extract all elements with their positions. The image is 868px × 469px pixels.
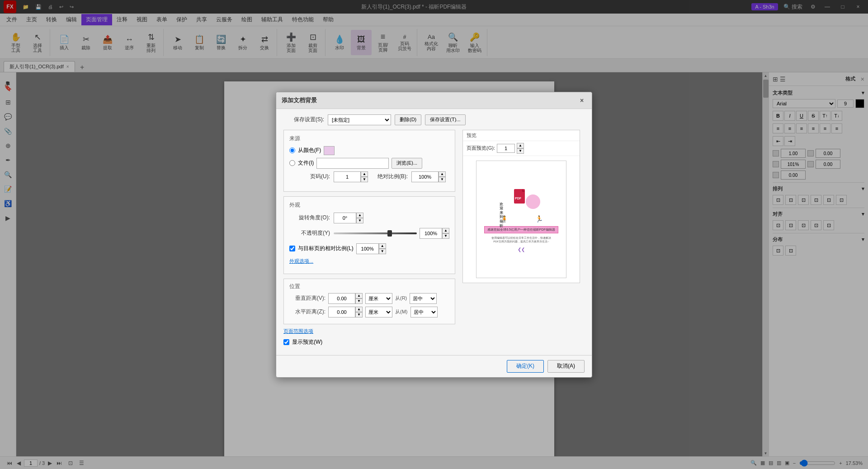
opacity-input[interactable] xyxy=(420,228,442,239)
opacity-spin-up[interactable]: ▲ xyxy=(442,228,449,233)
horizontal-spin-up[interactable]: ▲ xyxy=(355,307,363,312)
rotation-row: 旋转角度(O): ▲ ▼ xyxy=(289,213,449,223)
cancel-btn[interactable]: 取消(A) xyxy=(547,360,585,373)
file-path-input[interactable] xyxy=(316,158,389,169)
vertical-row: 垂直距离(V): ▲ ▼ 厘米 从(R) xyxy=(289,293,449,304)
vertical-spin-up[interactable]: ▲ xyxy=(355,293,363,298)
opacity-track xyxy=(334,232,417,234)
page-label: 页码(U): xyxy=(289,173,330,180)
opacity-row: 不透明度(Y) ▲ ▼ xyxy=(289,228,449,239)
preview-page-input[interactable] xyxy=(497,144,515,153)
preview-header: 预览 xyxy=(463,130,580,141)
vertical-from-label: 从(R) xyxy=(395,295,407,302)
page-input[interactable] xyxy=(334,171,361,182)
show-preview-row: 显示预览(W) xyxy=(283,338,455,346)
save-settings-row: 保存设置(S): [未指定] 删除(D) 保存设置(T)... xyxy=(283,114,585,125)
vertical-input[interactable] xyxy=(328,293,355,304)
dialog-close-btn[interactable]: × xyxy=(577,96,586,105)
horizontal-from-select[interactable]: 居中 xyxy=(410,307,438,317)
save-settings-label: 保存设置(S): xyxy=(283,116,324,123)
horizontal-row: 水平距离(Z): ▲ ▼ 厘米 从(M) xyxy=(289,307,449,317)
dialog-add-background: 添加文档背景 × 保存设置(S): [未指定] 删除(D) 保存设置(T)...… xyxy=(276,92,592,378)
vertical-spin-down[interactable]: ▼ xyxy=(355,298,363,304)
browse-btn[interactable]: 浏览(E)... xyxy=(392,158,422,169)
page-spin-down[interactable]: ▼ xyxy=(361,177,368,182)
scale-input[interactable] xyxy=(411,171,439,182)
appearance-section: 外观 旋转角度(O): ▲ ▼ xyxy=(283,196,455,274)
file-radio-label[interactable]: 文件(I) xyxy=(298,159,314,167)
opacity-thumb[interactable] xyxy=(387,230,392,237)
advanced-link[interactable]: 外观选项... xyxy=(289,258,313,265)
dialog-overlay: 添加文档背景 × 保存设置(S): [未指定] 删除(D) 保存设置(T)...… xyxy=(0,0,868,469)
vertical-unit-select[interactable]: 厘米 xyxy=(365,293,392,304)
save-settings-btn[interactable]: 保存设置(T)... xyxy=(425,114,465,125)
position-section: 位置 垂直距离(V): ▲ ▼ 厘米 xyxy=(283,279,455,324)
preview-pink-circle xyxy=(526,194,540,209)
opacity-spin-down[interactable]: ▼ xyxy=(442,233,449,239)
dialog-right-col: 预览 页面预览(G): ▲ ▼ xyxy=(462,130,585,350)
position-section-title: 位置 xyxy=(289,283,449,290)
show-preview-checkbox[interactable] xyxy=(283,339,289,345)
source-section-title: 来源 xyxy=(289,135,449,142)
source-section: 来源 从颜色(F) 文件(I) 浏览(E)... xyxy=(283,130,455,192)
dialog-title-bar: 添加文档背景 × xyxy=(276,92,592,109)
dialog-body: 保存设置(S): [未指定] 删除(D) 保存设置(T)... 来源 从颜色(F… xyxy=(276,109,592,355)
vertical-from-select[interactable]: 居中 xyxy=(410,293,437,304)
horizontal-spin-down[interactable]: ▼ xyxy=(355,312,363,317)
color-preview-box[interactable] xyxy=(324,146,335,155)
rel-scale-spin-up[interactable]: ▲ xyxy=(379,243,386,249)
preview-page-spin-up[interactable]: ▲ xyxy=(517,143,524,148)
preview-welcome-content: PDF 欢迎来到福昕 🧍 🏃 感谢您如全球6.5亿用户一样信任福昕PDF编辑器 … xyxy=(476,161,566,278)
file-radio[interactable] xyxy=(289,160,295,166)
preview-area: 预览 页面预览(G): ▲ ▼ xyxy=(462,130,580,283)
preview-promo-banner: 感谢您如全球6.5亿用户一样信任福昕PDF编辑器 xyxy=(484,226,558,233)
preview-pdf-icon: PDF xyxy=(513,189,526,204)
rel-scale-input[interactable] xyxy=(356,243,379,254)
dialog-two-col: 来源 从颜色(F) 文件(I) 浏览(E)... xyxy=(283,130,585,350)
scale-spinbox: ▲ ▼ xyxy=(411,171,446,182)
page-spin-up[interactable]: ▲ xyxy=(361,171,368,177)
preview-graphic: PDF 欢迎来到福昕 🧍 🏃 xyxy=(499,186,544,223)
color-radio-label[interactable]: 从颜色(F) xyxy=(298,147,321,154)
opacity-label: 不透明度(Y) xyxy=(289,229,330,237)
horizontal-unit-select[interactable]: 厘米 xyxy=(365,307,392,317)
color-radio-row: 从颜色(F) xyxy=(289,146,449,155)
color-radio[interactable] xyxy=(289,147,295,153)
rel-scale-spin-down[interactable]: ▼ xyxy=(379,249,386,254)
scale-spin-up[interactable]: ▲ xyxy=(439,171,446,177)
preview-page-row: 页面预览(G): ▲ ▼ xyxy=(463,141,580,156)
advanced-link-row: 外观选项... xyxy=(289,258,449,265)
rotation-label: 旋转角度(O): xyxy=(289,214,330,222)
preview-figure-left: 🧍 xyxy=(500,215,508,223)
page-range-link-row: 页面范围选项 xyxy=(283,328,455,335)
page-range-link[interactable]: 页面范围选项 xyxy=(283,328,313,334)
scale-check-label[interactable]: 与目标页的相对比例(L) xyxy=(298,245,354,252)
preview-page-label: 页面预览(G): xyxy=(467,145,495,152)
page-scale-row: 页码(U): ▲ ▼ 绝对比例(B): xyxy=(289,171,449,182)
scale-label: 绝对比例(B): xyxy=(372,173,408,180)
ok-btn[interactable]: 确定(K) xyxy=(507,360,544,373)
delete-settings-btn[interactable]: 删除(D) xyxy=(395,114,421,125)
preview-page-spin-down[interactable]: ▼ xyxy=(517,148,524,154)
scale-check-row: 与目标页的相对比例(L) ▲ ▼ xyxy=(289,243,449,254)
horizontal-label: 水平距离(Z): xyxy=(289,308,326,316)
scale-checkbox[interactable] xyxy=(289,246,295,251)
preview-chevron: ❮❮ xyxy=(518,247,525,252)
rotation-spinbox: ▲ ▼ xyxy=(334,213,363,223)
rotation-spin-up[interactable]: ▲ xyxy=(356,213,363,218)
horizontal-spinbox: ▲ ▼ xyxy=(328,307,363,317)
rotation-spin-down[interactable]: ▼ xyxy=(356,218,363,223)
preview-page-spinbtns: ▲ ▼ xyxy=(517,143,524,154)
scale-spin-down[interactable]: ▼ xyxy=(439,177,446,182)
dialog-title-text: 添加文档背景 xyxy=(282,96,317,104)
preview-promo-desc: 使用编辑器可以轻松在日常工作生活中，快速解决PDF文档方面的问题，提高工作方效率… xyxy=(490,237,553,244)
opacity-slider-container: ▲ ▼ xyxy=(334,228,449,239)
save-settings-select[interactable]: [未指定] xyxy=(328,114,391,125)
page-spinbox: ▲ ▼ xyxy=(334,171,368,182)
rotation-input[interactable] xyxy=(334,213,356,223)
horizontal-input[interactable] xyxy=(328,307,355,317)
vertical-label: 垂直距离(V): xyxy=(289,294,326,302)
horizontal-from-label: 从(M) xyxy=(395,308,408,315)
show-preview-label[interactable]: 显示预览(W) xyxy=(292,338,322,346)
opacity-spinbox: ▲ ▼ xyxy=(420,228,449,239)
